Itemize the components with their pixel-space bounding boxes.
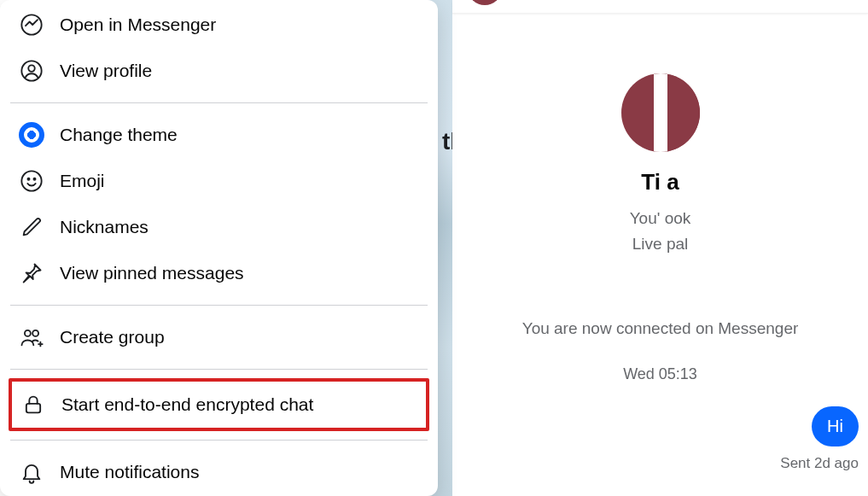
svg-point-6 [25, 330, 31, 336]
avatar-large[interactable] [621, 73, 700, 152]
svg-point-3 [21, 171, 41, 190]
create-group-item[interactable]: Create group [10, 314, 428, 360]
chat-connected-text: You are now connected on Messenger [452, 319, 868, 338]
theme-icon [19, 122, 44, 148]
start-e2ee-chat-item[interactable]: Start end-to-end encrypted chat [12, 382, 426, 428]
group-add-icon [19, 324, 44, 350]
chat-body: Ti a You' ook Live pal You are now conne… [452, 14, 868, 383]
menu-label: Emoji [60, 171, 105, 191]
emoji-item[interactable]: Emoji [10, 158, 428, 204]
chat-options-menu: Open in Messenger View profile Change th… [0, 0, 438, 496]
messenger-icon [19, 12, 44, 38]
chat-sub-line1: You' ook [452, 206, 868, 231]
menu-divider [10, 102, 428, 103]
chat-window: Ti Raman Sharma Ti a You' [452, 0, 868, 496]
nicknames-item[interactable]: Nicknames [10, 204, 428, 250]
open-in-messenger-item[interactable]: Open in Messenger [10, 2, 428, 48]
view-pinned-item[interactable]: View pinned messages [10, 250, 428, 296]
menu-divider [10, 369, 428, 370]
avatar-small[interactable] [468, 0, 502, 5]
chat-sub-line2: Live pal [452, 231, 868, 257]
lock-icon [20, 392, 46, 417]
menu-divider [10, 440, 428, 441]
menu-label: Change theme [60, 125, 178, 145]
svg-point-4 [27, 178, 29, 180]
menu-label: Start end-to-end encrypted chat [61, 394, 313, 415]
chat-timestamp: Wed 05:13 [452, 365, 868, 383]
menu-label: Open in Messenger [60, 15, 216, 35]
svg-point-2 [28, 65, 34, 71]
chat-contact-name: Ti a [452, 169, 868, 195]
svg-rect-8 [26, 404, 40, 413]
bell-icon [19, 459, 44, 485]
svg-point-7 [32, 330, 38, 336]
menu-label: Nicknames [60, 217, 149, 237]
outgoing-message-meta: Sent 2d ago [780, 455, 859, 472]
svg-point-5 [33, 178, 35, 180]
highlight-box: Start end-to-end encrypted chat [9, 378, 429, 431]
mute-notifications-item[interactable]: Mute notifications [10, 449, 428, 495]
change-theme-item[interactable]: Change theme [10, 112, 428, 158]
profile-icon [19, 58, 44, 84]
menu-label: Mute notifications [60, 462, 199, 482]
menu-label: View pinned messages [60, 263, 244, 283]
emoji-icon [19, 168, 44, 194]
menu-label: Create group [60, 327, 165, 347]
pin-icon [19, 260, 44, 286]
chat-header: Ti Raman Sharma [452, 0, 868, 14]
outgoing-message-bubble[interactable]: Hi [812, 406, 859, 446]
pencil-icon [19, 214, 44, 240]
menu-divider [10, 305, 428, 306]
menu-label: View profile [60, 61, 152, 81]
view-profile-item[interactable]: View profile [10, 48, 428, 94]
